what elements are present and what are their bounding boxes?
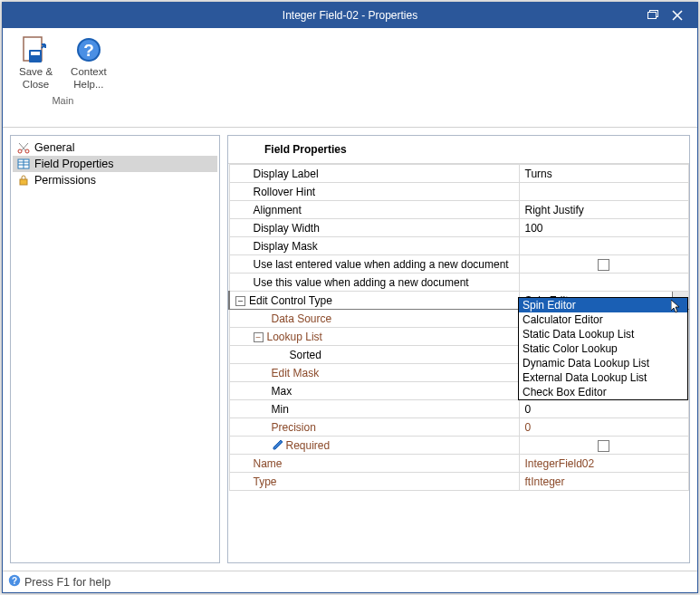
label-alignment: Alignment xyxy=(229,201,519,219)
value-display-label[interactable]: Turns xyxy=(519,165,689,183)
context-help-button[interactable]: ? Context Help... xyxy=(65,32,112,93)
label-lookup-list: –Lookup List xyxy=(229,328,519,346)
label-display-width: Display Width xyxy=(229,219,519,237)
checkbox-required[interactable] xyxy=(598,440,609,452)
row-required: Required xyxy=(229,437,689,455)
dropdown-option[interactable]: Spin Editor xyxy=(519,298,687,312)
ribbon-group-main: Save & Close ? Context Help... Main xyxy=(14,32,112,106)
status-bar: ? Press F1 for help xyxy=(3,571,697,592)
help-icon: ? xyxy=(8,574,21,590)
ribbon-group-label: Main xyxy=(14,95,112,106)
context-help-icon: ? xyxy=(72,34,105,66)
row-precision: Precision 0 xyxy=(229,418,689,437)
label-use-this: Use this value when adding a new documen… xyxy=(229,274,519,292)
label-min: Min xyxy=(229,400,519,418)
dropdown-option[interactable]: Static Data Lookup List xyxy=(519,327,687,341)
svg-point-10 xyxy=(18,149,22,153)
restore-icon[interactable] xyxy=(647,10,659,21)
row-display-width: Display Width 100 xyxy=(229,219,689,237)
pencil-icon xyxy=(272,438,284,451)
label-edit-control-type: –Edit Control Type xyxy=(229,292,519,310)
value-required[interactable] xyxy=(519,437,689,455)
row-rollover-hint: Rollover Hint xyxy=(229,183,689,201)
close-icon[interactable] xyxy=(672,10,683,21)
title-bar: Integer Field-02 - Properties xyxy=(3,3,697,28)
value-display-width[interactable]: 100 xyxy=(519,219,689,237)
label-display-mask: Display Mask xyxy=(229,237,519,255)
row-type: Type ftInteger xyxy=(229,473,689,491)
label-edit-mask: Edit Mask xyxy=(229,364,519,382)
label-required: Required xyxy=(229,437,519,455)
nav-item-permissions[interactable]: Permissions xyxy=(13,172,217,188)
row-use-last: Use last entered value when adding a new… xyxy=(229,255,689,274)
value-precision[interactable]: 0 xyxy=(519,418,689,437)
row-min: Min 0 xyxy=(229,400,689,418)
value-use-this[interactable] xyxy=(519,274,689,292)
svg-rect-1 xyxy=(648,13,657,19)
nav-panel: General Field Properties Permissions xyxy=(10,135,220,563)
checkbox-use-last[interactable] xyxy=(598,259,609,271)
row-name: Name IntegerField02 xyxy=(229,455,689,473)
save-close-icon xyxy=(20,34,53,66)
label-data-source: Data Source xyxy=(229,310,519,328)
value-display-mask[interactable] xyxy=(519,237,689,255)
value-rollover-hint[interactable] xyxy=(519,183,689,201)
row-use-this: Use this value when adding a new documen… xyxy=(229,274,689,292)
ribbon: Save & Close ? Context Help... Main xyxy=(3,28,697,128)
status-text: Press F1 for help xyxy=(24,576,110,589)
label-use-last: Use last entered value when adding a new… xyxy=(229,255,519,274)
row-alignment: Alignment Right Justify xyxy=(229,201,689,219)
collapse-icon[interactable]: – xyxy=(254,332,264,342)
dropdown-option[interactable]: Calculator Editor xyxy=(519,312,687,327)
svg-point-11 xyxy=(25,149,29,153)
label-max: Max xyxy=(229,382,519,400)
svg-rect-6 xyxy=(31,52,40,55)
svg-text:?: ? xyxy=(83,41,94,60)
value-name[interactable]: IntegerField02 xyxy=(519,455,689,473)
svg-text:?: ? xyxy=(12,576,17,586)
dropdown-option[interactable]: Static Color Lookup xyxy=(519,341,687,356)
value-use-last[interactable] xyxy=(519,255,689,274)
property-grid: Field Properties Display Label Turns Rol… xyxy=(227,135,690,563)
nav-item-field-properties[interactable]: Field Properties xyxy=(13,156,217,172)
row-display-label: Display Label Turns xyxy=(229,165,689,183)
edit-control-dropdown[interactable]: Spin EditorCalculator EditorStatic Data … xyxy=(518,297,688,400)
save-close-button[interactable]: Save & Close xyxy=(14,32,58,93)
lock-icon xyxy=(16,173,31,187)
label-display-label: Display Label xyxy=(229,165,519,183)
label-name: Name xyxy=(229,455,519,473)
collapse-icon[interactable]: – xyxy=(235,296,245,306)
grid-icon xyxy=(16,157,31,171)
value-type[interactable]: ftInteger xyxy=(519,473,689,491)
dropdown-option[interactable]: External Data Lookup List xyxy=(519,370,687,385)
value-min[interactable]: 0 xyxy=(519,400,689,418)
label-sorted: Sorted xyxy=(229,346,519,364)
properties-window: Integer Field-02 - Properties xyxy=(2,2,698,593)
section-header: Field Properties xyxy=(228,136,689,164)
dropdown-option[interactable]: Check Box Editor xyxy=(519,385,687,399)
value-alignment[interactable]: Right Justify xyxy=(519,201,689,219)
label-precision: Precision xyxy=(229,418,519,437)
label-rollover-hint: Rollover Hint xyxy=(229,183,519,201)
nav-item-general[interactable]: General xyxy=(13,139,217,156)
label-type: Type xyxy=(229,473,519,491)
dropdown-option[interactable]: Dynamic Data Lookup List xyxy=(519,356,687,370)
row-display-mask: Display Mask xyxy=(229,237,689,255)
scissors-icon xyxy=(16,140,31,155)
window-title: Integer Field-02 - Properties xyxy=(3,9,697,22)
svg-rect-18 xyxy=(20,179,27,185)
